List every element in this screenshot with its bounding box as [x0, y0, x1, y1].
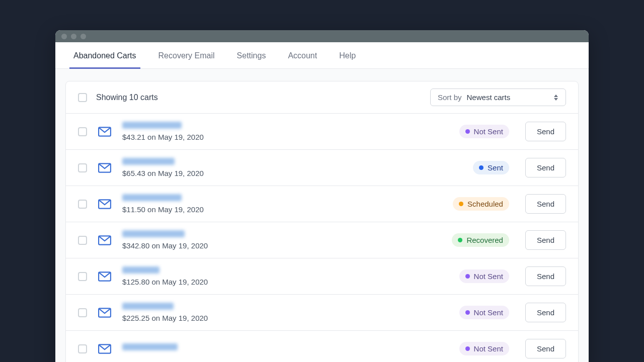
cart-date: May 19, 2020 — [158, 205, 204, 214]
envelope-icon[interactable] — [98, 235, 111, 245]
customer-info: $342.80 on May 19, 2020 — [122, 230, 441, 250]
cart-meta: $125.80 on May 19, 2020 — [122, 278, 448, 286]
envelope-icon[interactable] — [98, 272, 111, 282]
customer-name-redacted — [122, 303, 174, 310]
cart-amount: $65.43 — [122, 169, 145, 177]
row-checkbox[interactable] — [78, 200, 87, 209]
envelope-icon[interactable] — [98, 127, 111, 137]
cart-date: May 19, 2020 — [162, 314, 208, 322]
select-all-checkbox[interactable] — [78, 93, 87, 102]
cart-amount: $225.25 — [122, 314, 149, 322]
status-dot-icon — [465, 274, 470, 279]
cart-date: May 19, 2020 — [162, 241, 208, 250]
tab-abandoned-carts[interactable]: Abandoned Carts — [62, 42, 147, 68]
cart-meta: $65.43 on May 19, 2020 — [122, 169, 462, 177]
row-checkbox[interactable] — [78, 344, 87, 353]
cart-amount: $342.80 — [122, 241, 149, 250]
status-badge: Not Sent — [459, 306, 509, 319]
sort-value: Newest carts — [467, 93, 548, 102]
sort-dropdown[interactable]: Sort by Newest carts — [430, 88, 566, 106]
status-badge: Not Sent — [459, 125, 509, 138]
status-text: Recovered — [466, 236, 503, 244]
customer-name-redacted — [122, 343, 178, 350]
status-badge: Not Sent — [459, 269, 509, 283]
maximize-window-icon[interactable] — [80, 34, 86, 39]
cart-meta: $11.50 on May 19, 2020 — [122, 205, 442, 214]
tab-account[interactable]: Account — [277, 42, 328, 68]
minimize-window-icon[interactable] — [71, 34, 76, 39]
cart-meta: $225.25 on May 19, 2020 — [122, 314, 448, 322]
status-badge: Not Sent — [459, 342, 509, 355]
status-dot-icon — [479, 165, 484, 170]
status-dot-icon — [458, 238, 462, 242]
cart-date: May 19, 2020 — [158, 169, 204, 177]
cart-amount: $125.80 — [122, 278, 149, 286]
send-button[interactable]: Send — [525, 339, 566, 358]
customer-info: $225.25 on May 19, 2020 — [122, 303, 448, 322]
row-checkbox[interactable] — [78, 272, 87, 281]
tab-help[interactable]: Help — [328, 42, 367, 68]
customer-info: $65.43 on May 19, 2020 — [122, 158, 462, 177]
cart-row: $43.21 on May 19, 2020Not SentSend — [66, 114, 578, 150]
status-badge: Scheduled — [453, 197, 509, 211]
content-area: Showing 10 carts Sort by Newest carts $4… — [55, 69, 589, 362]
send-button[interactable]: Send — [525, 230, 566, 250]
row-checkbox[interactable] — [78, 127, 87, 136]
main-tabs: Abandoned CartsRecovery EmailSettingsAcc… — [55, 42, 589, 69]
status-text: Not Sent — [474, 344, 503, 353]
cart-list: Showing 10 carts Sort by Newest carts $4… — [65, 81, 579, 362]
cart-date: May 19, 2020 — [158, 133, 204, 141]
send-button[interactable]: Send — [525, 158, 566, 177]
customer-name-redacted — [122, 266, 159, 274]
customer-name-redacted — [122, 194, 182, 201]
customer-name-redacted — [122, 158, 175, 165]
cart-amount: $11.50 — [122, 205, 145, 214]
customer-info: $43.21 on May 19, 2020 — [122, 122, 448, 141]
window-titlebar — [55, 30, 589, 42]
send-button[interactable]: Send — [525, 303, 566, 322]
status-badge: Recovered — [452, 233, 509, 247]
status-dot-icon — [459, 202, 463, 206]
status-dot-icon — [465, 346, 470, 351]
status-text: Not Sent — [474, 127, 503, 136]
status-text: Not Sent — [474, 272, 503, 281]
envelope-icon[interactable] — [98, 344, 111, 354]
app-window: Abandoned CartsRecovery EmailSettingsAcc… — [55, 30, 589, 362]
cart-row: $125.80 on May 19, 2020Not SentSend — [66, 258, 578, 295]
cart-meta: $43.21 on May 19, 2020 — [122, 133, 448, 141]
tab-settings[interactable]: Settings — [226, 42, 277, 68]
status-text: Sent — [488, 163, 503, 172]
cart-row: $65.43 on May 19, 2020SentSend — [66, 150, 578, 186]
customer-info — [122, 343, 448, 354]
cart-date: May 19, 2020 — [162, 278, 208, 286]
status-dot-icon — [465, 129, 470, 134]
row-checkbox[interactable] — [78, 236, 87, 245]
tab-recovery-email[interactable]: Recovery Email — [147, 42, 226, 68]
customer-name-redacted — [122, 122, 182, 129]
status-text: Not Sent — [474, 308, 503, 317]
cart-row: $11.50 on May 19, 2020ScheduledSend — [66, 186, 578, 222]
cart-row: Not SentSend — [66, 331, 578, 362]
results-summary: Showing 10 carts — [96, 93, 421, 102]
status-text: Scheduled — [467, 200, 503, 208]
envelope-icon[interactable] — [98, 199, 111, 209]
list-header: Showing 10 carts Sort by Newest carts — [66, 81, 578, 114]
customer-info: $11.50 on May 19, 2020 — [122, 194, 442, 214]
status-dot-icon — [465, 310, 470, 315]
row-checkbox[interactable] — [78, 163, 87, 172]
sort-label: Sort by — [438, 93, 462, 102]
row-checkbox[interactable] — [78, 308, 87, 317]
customer-name-redacted — [122, 230, 185, 237]
send-button[interactable]: Send — [525, 194, 566, 214]
sort-caret-icon — [553, 95, 558, 101]
cart-meta: $342.80 on May 19, 2020 — [122, 241, 441, 250]
envelope-icon[interactable] — [98, 308, 111, 318]
customer-info: $125.80 on May 19, 2020 — [122, 266, 448, 286]
status-badge: Sent — [473, 161, 509, 174]
cart-row: $225.25 on May 19, 2020Not SentSend — [66, 295, 578, 331]
send-button[interactable]: Send — [525, 266, 566, 286]
send-button[interactable]: Send — [525, 122, 566, 141]
envelope-icon[interactable] — [98, 163, 111, 173]
cart-row: $342.80 on May 19, 2020RecoveredSend — [66, 222, 578, 258]
close-window-icon[interactable] — [61, 34, 67, 39]
